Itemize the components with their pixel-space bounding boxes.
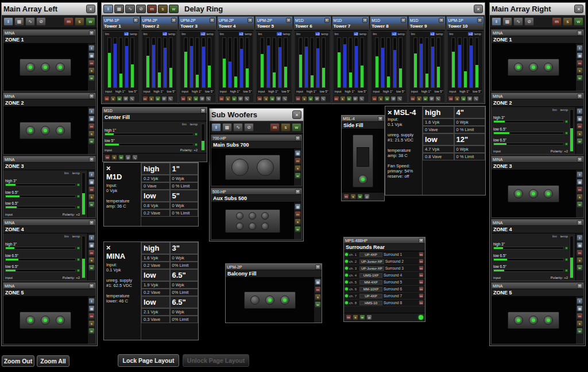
zone-model-header[interactable]: MINA × <box>3 93 95 99</box>
solo-button[interactable]: s <box>378 96 384 102</box>
close-icon[interactable]: × <box>89 283 94 289</box>
solo-button[interactable]: s <box>88 194 95 200</box>
zone-model-header[interactable]: MINA × <box>492 156 583 163</box>
solo-button[interactable]: s <box>88 131 95 137</box>
meters-icon[interactable]: ▦ <box>114 5 124 13</box>
mute-button[interactable]: m <box>105 155 110 160</box>
close-icon[interactable]: × <box>388 109 392 116</box>
eq-icon[interactable]: ∿ <box>244 96 250 102</box>
speaker-cabinet[interactable] <box>20 122 71 139</box>
tower-model-header[interactable]: UPM-1P × <box>103 17 140 24</box>
polarity-icon[interactable]: ⊘ <box>276 96 281 102</box>
polarity-icon[interactable]: ⊘ <box>123 96 129 102</box>
close-icon[interactable]: × <box>106 164 138 172</box>
meters-icon[interactable]: ▦ <box>295 150 301 156</box>
wink-indicator[interactable] <box>77 269 80 272</box>
solo-button[interactable]: s <box>88 320 95 327</box>
zone-model-header[interactable]: MINA × <box>492 93 583 99</box>
eq-icon[interactable]: ∿ <box>513 17 523 26</box>
panel-titlebar[interactable]: Sub Woofers × <box>210 109 303 121</box>
mute-button[interactable]: m <box>219 96 225 102</box>
wink-button[interactable]: w <box>357 194 363 200</box>
wink-button[interactable]: w <box>577 328 583 334</box>
speaker-cabinet[interactable] <box>508 312 559 329</box>
zone-model-header[interactable]: MINA × <box>492 30 583 36</box>
mute-button[interactable]: m <box>88 123 95 129</box>
close-icon[interactable]: × <box>574 5 583 13</box>
eq-icon[interactable]: ∿ <box>129 96 135 102</box>
close-icon[interactable]: × <box>401 18 406 23</box>
wink-button[interactable]: w <box>117 96 122 102</box>
wink-button[interactable]: w <box>295 226 301 232</box>
zone-model-header[interactable]: MINA × <box>3 220 95 226</box>
polarity-icon[interactable]: ⊘ <box>429 96 435 102</box>
wink-button[interactable]: w <box>88 75 95 81</box>
close-icon[interactable]: × <box>295 189 300 194</box>
mute-button[interactable]: m <box>147 5 157 13</box>
wink-button[interactable]: w <box>315 301 321 308</box>
solo-button[interactable]: s <box>295 165 301 171</box>
wink-button[interactable]: w <box>346 96 352 102</box>
unit-model-header[interactable]: M1D × <box>103 108 207 114</box>
close-icon[interactable]: × <box>106 244 138 251</box>
mute-button[interactable]: m <box>448 96 454 102</box>
solo-button[interactable]: s <box>353 315 358 320</box>
close-icon[interactable]: × <box>86 5 95 13</box>
close-icon[interactable]: × <box>362 18 368 23</box>
mute-button[interactable]: m <box>419 279 424 285</box>
lock-page-layout-button[interactable]: Lock Page Layout <box>118 354 179 367</box>
zone-model-header[interactable]: MINA × <box>3 30 95 36</box>
speaker-cabinet[interactable] <box>225 155 280 180</box>
wink-button[interactable]: w <box>155 96 161 102</box>
mute-button[interactable]: m <box>334 96 339 102</box>
speaker-cabinet[interactable] <box>20 59 71 76</box>
close-icon[interactable]: × <box>477 18 482 23</box>
solo-button[interactable]: s <box>225 96 231 102</box>
mute-button[interactable]: m <box>315 286 321 293</box>
tower-model-header[interactable]: UPM-2P × <box>256 17 292 24</box>
wink-button[interactable]: w <box>118 155 124 160</box>
mute-button[interactable]: m <box>410 96 416 102</box>
speaker-cabinet[interactable] <box>20 312 71 329</box>
surround-channel-row[interactable]: ch. 1 UP-4XP Surround 1 m <box>344 251 425 258</box>
solo-button[interactable]: s <box>75 17 84 26</box>
mute-button[interactable]: m <box>577 60 583 66</box>
meters-icon[interactable]: ▦ <box>315 279 321 285</box>
solo-button[interactable]: s <box>577 194 583 200</box>
eq-icon[interactable]: ∿ <box>397 96 403 102</box>
pause-icon[interactable]: ‖ <box>88 235 95 241</box>
mute-button[interactable]: m <box>88 186 95 193</box>
close-icon[interactable]: × <box>295 136 300 141</box>
close-icon[interactable]: × <box>315 264 320 270</box>
close-icon[interactable]: × <box>324 18 330 23</box>
wink-indicator[interactable] <box>195 133 198 136</box>
solo-button[interactable]: s <box>577 320 583 327</box>
wink-button[interactable]: w <box>577 138 583 144</box>
solo-button[interactable]: s <box>88 257 95 263</box>
mute-button[interactable]: m <box>419 300 424 305</box>
close-icon[interactable]: × <box>286 18 291 23</box>
zone-model-header[interactable]: MINA × <box>492 220 583 226</box>
close-icon[interactable]: × <box>89 220 94 225</box>
solo-button[interactable]: s <box>295 218 301 225</box>
wink-button[interactable]: w <box>295 172 301 179</box>
speaker-cabinet[interactable] <box>508 59 559 76</box>
solo-button[interactable]: s <box>340 96 346 102</box>
polarity-icon[interactable]: ⊘ <box>366 315 372 320</box>
zoom-out-button[interactable]: Zoom Out <box>2 355 34 367</box>
close-icon[interactable]: × <box>292 110 301 119</box>
mute-button[interactable]: m <box>346 315 351 320</box>
eq-icon[interactable]: ∿ <box>282 96 288 102</box>
mute-button[interactable]: m <box>419 259 424 264</box>
close-icon[interactable]: × <box>474 5 483 13</box>
wink-button[interactable]: w <box>577 264 583 271</box>
wink-button[interactable]: w <box>308 96 314 102</box>
pause-icon[interactable]: ‖ <box>577 235 583 241</box>
mute-button[interactable]: m <box>295 158 301 164</box>
solo-button[interactable]: s <box>350 194 356 200</box>
eq-icon[interactable]: ∿ <box>206 96 211 102</box>
mute-button[interactable]: m <box>270 123 280 132</box>
meters-icon[interactable]: ▦ <box>577 242 583 248</box>
close-icon[interactable]: × <box>577 94 582 99</box>
wink-button[interactable]: w <box>423 96 428 102</box>
